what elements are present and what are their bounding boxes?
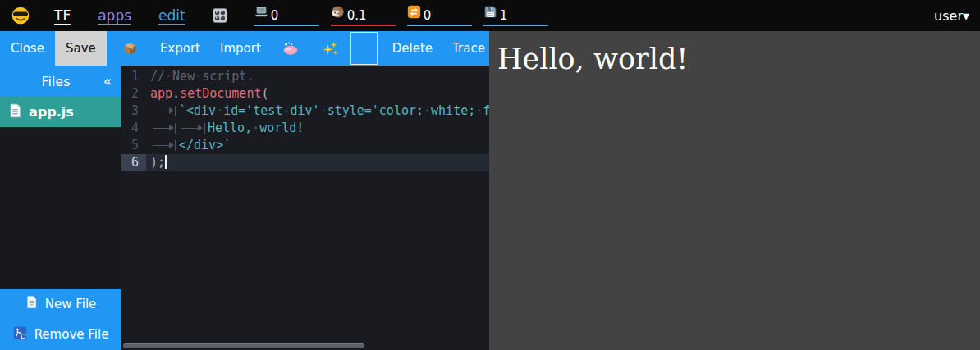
new-file-page-icon (25, 295, 38, 312)
soap-button[interactable] (282, 41, 299, 56)
new-file-button[interactable]: New File (0, 289, 121, 319)
code-line[interactable]: 2app.setDocument( (121, 85, 489, 102)
stat-field-storage[interactable]: 1 (483, 5, 548, 26)
code-line[interactable]: 4Hello,·world! (121, 120, 489, 137)
stat-value-ram: 0.1 (347, 10, 367, 22)
code-token: . (172, 86, 180, 101)
sparkles-button[interactable] (323, 41, 338, 57)
user-menu[interactable]: user▾ (934, 8, 969, 24)
package-button[interactable] (122, 41, 138, 57)
main-area: Close Save Export Import (0, 31, 980, 350)
line-number: 3 (121, 102, 146, 120)
stat-field-cpu[interactable]: 0 (254, 5, 319, 26)
text-cursor (165, 155, 167, 169)
stat-value-loops: 0 (424, 10, 432, 22)
sunglasses-face-icon[interactable] (11, 6, 30, 25)
soap-icon (282, 41, 299, 56)
files-title: Files (0, 74, 94, 89)
brand-link[interactable]: TF (54, 7, 71, 24)
ram-sheep-icon (331, 5, 345, 22)
code-line[interactable]: 1//·New·script. (121, 68, 489, 85)
code-token: ); (150, 155, 165, 170)
import-button[interactable]: Import (220, 41, 261, 56)
file-name: app.js (29, 104, 74, 120)
tab-indent-marker (150, 102, 179, 120)
code-token: ( (261, 86, 268, 101)
nav-link-edit[interactable]: edit (158, 7, 185, 24)
files-sidebar: Files « app.js (0, 66, 121, 350)
tab-indent-marker (150, 120, 179, 137)
workspace-row: Files « app.js (0, 66, 489, 350)
line-number: 4 (121, 120, 146, 137)
repeat-arrows-icon (407, 5, 421, 22)
close-button[interactable]: Close (11, 41, 44, 56)
export-button[interactable]: Export (160, 41, 200, 56)
line-number: 5 (121, 137, 146, 154)
editor-toolbar: Close Save Export Import (0, 31, 489, 66)
code-token: Hello,·world! (208, 120, 304, 135)
code-editor[interactable]: 1//·New·script.2app.setDocument(3`<div·i… (121, 66, 489, 350)
icon-slot-input[interactable] (350, 32, 378, 65)
file-document-icon (8, 103, 22, 121)
line-number: 2 (121, 85, 146, 102)
code-line[interactable]: 6); (121, 154, 489, 171)
floppy-disk-icon (483, 5, 497, 22)
code-token: `<div·id='test-div'·style='color:·white;… (179, 103, 489, 118)
collapse-sidebar-button[interactable]: « (94, 73, 121, 89)
sidebar-empty-area (0, 127, 121, 289)
file-item-appjs[interactable]: app.js (0, 97, 121, 127)
stat-field-ram[interactable]: 0.1 (331, 5, 396, 26)
stat-value-storage: 1 (500, 10, 508, 22)
delete-button[interactable]: Delete (392, 41, 433, 56)
new-file-label: New File (45, 297, 97, 311)
app-preview-panel: Hello, world! (489, 31, 980, 350)
code-token: //·New·script. (150, 69, 254, 84)
horizontal-scrollbar-thumb[interactable] (123, 343, 364, 348)
code-token: setDocument (180, 86, 261, 101)
code-token: app (150, 86, 172, 101)
sparkles-icon (323, 41, 338, 57)
remove-file-button[interactable]: Remove File (0, 319, 121, 350)
nav-link-apps[interactable]: apps (98, 7, 131, 24)
code-line[interactable]: 5</div>` (121, 137, 489, 154)
control-knobs-icon[interactable] (212, 7, 228, 24)
code-token: </div>` (179, 138, 231, 152)
files-header: Files « (0, 66, 121, 97)
tab-indent-marker (179, 120, 208, 137)
litter-bin-icon (13, 326, 27, 343)
app-editor-pane: Close Save Export Import (0, 31, 489, 350)
line-number: 6 (121, 154, 146, 171)
remove-file-label: Remove File (34, 327, 109, 342)
package-icon (122, 41, 138, 57)
topbar: TF apps edit 0 (0, 0, 980, 31)
trace-button[interactable]: Trace (452, 41, 485, 56)
laptop-icon (254, 5, 268, 22)
stat-field-loops[interactable]: 0 (407, 5, 472, 26)
stat-value-cpu: 0 (271, 10, 279, 22)
code-lines: 1//·New·script.2app.setDocument(3`<div·i… (121, 68, 489, 171)
line-number: 1 (121, 68, 146, 85)
code-line[interactable]: 3`<div·id='test-div'·style='color:·white… (121, 102, 489, 120)
save-button[interactable]: Save (55, 31, 107, 66)
preview-heading: Hello, world! (497, 42, 980, 78)
tab-indent-marker (150, 137, 179, 154)
